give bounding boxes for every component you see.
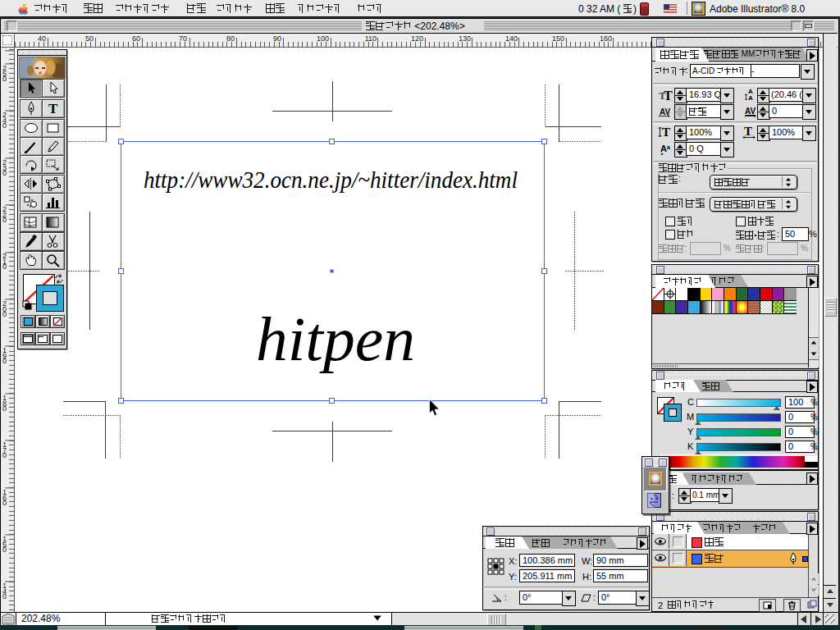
- svg-text:A: A: [748, 94, 753, 101]
- svg-text:AV: AV: [745, 107, 756, 116]
- svg-text:T: T: [664, 89, 673, 101]
- svg-text:a: a: [667, 144, 670, 150]
- svg-text:T: T: [744, 126, 752, 138]
- svg-text:T: T: [48, 101, 58, 116]
- svg-text:A: A: [660, 144, 667, 153]
- svg-text:T: T: [662, 126, 670, 139]
- svg-text:http://www32.ocn.ne.jp/~hitter: http://www32.ocn.ne.jp/~hitter/index.htm…: [144, 167, 518, 193]
- svg-text:hitpen: hitpen: [256, 304, 415, 373]
- svg-text:AV: AV: [660, 107, 670, 116]
